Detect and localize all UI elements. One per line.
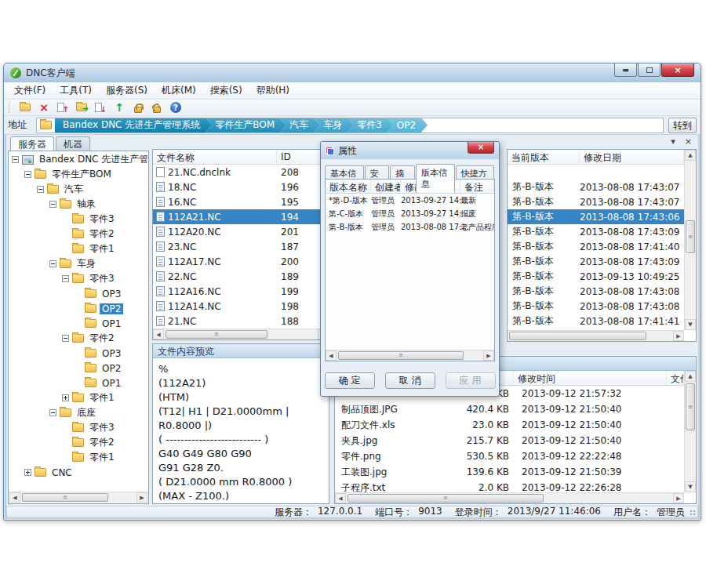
version-row-selected[interactable]: 第-B-版本2013-08-08 17:43:06 (508, 209, 684, 224)
cancel-button[interactable]: 取 消 (385, 372, 435, 389)
column-current-version[interactable]: 当前版本 (508, 150, 580, 164)
menu-help[interactable]: 帮助(H) (249, 82, 297, 99)
upload-icon[interactable]: ↑ (113, 101, 126, 114)
column-file-name[interactable]: 文件名称 (153, 150, 277, 164)
collapse-icon[interactable] (49, 201, 56, 208)
collapse-icon[interactable] (37, 186, 44, 193)
version-row[interactable]: 第-B-版本2013-08-08 17:41:41 (508, 314, 684, 328)
title-bar[interactable]: DNC客户端 ▬ × (4, 64, 701, 82)
scroll-left-arrow[interactable]: ◀ (326, 350, 337, 361)
tab-server[interactable]: 服务器 (10, 136, 54, 151)
collapse-icon[interactable] (49, 409, 56, 416)
tree-item[interactable]: OP2 (9, 361, 147, 376)
scrollbar-thumb[interactable] (509, 332, 646, 340)
attachment-row[interactable]: 制品顶图.JPG420.4 KB2013-09-12 21:50:40 (335, 401, 684, 417)
scrollbar-thumb[interactable]: ≡ (22, 493, 108, 502)
collapse-icon[interactable] (62, 335, 69, 342)
tree-horizontal-scrollbar[interactable]: ◀ ▶ ≡ (9, 492, 147, 503)
column-modified-date[interactable]: 修改日期 (580, 150, 684, 164)
tree-item[interactable]: 零件3 (9, 212, 147, 227)
panel-dropdown-icon[interactable]: ▾ (671, 136, 675, 147)
tab-version-info[interactable]: 版本信息 (416, 164, 455, 193)
version-table-row[interactable]: 第-C-版本管理员2013-09-27 14:...报废 (326, 207, 494, 220)
address-input[interactable]: Bandex DNC 先进生产管理系统 零件生产BOM 汽车 车身 零件3 OP… (36, 118, 664, 133)
scroll-right-arrow[interactable]: ▶ (136, 492, 147, 503)
version-row[interactable]: 第-B-版本2013-08-08 17:43:07 (508, 180, 684, 194)
scroll-right-arrow[interactable]: ▶ (673, 331, 684, 341)
version-row[interactable]: 第-B-版本2013-08-08 17:43:07 (508, 194, 684, 209)
check-in-icon[interactable]: ↑ (56, 101, 69, 114)
tree-item[interactable]: 零件1 (9, 241, 147, 256)
new-folder-icon[interactable] (19, 101, 31, 114)
scroll-right-arrow[interactable]: ▶ (673, 493, 684, 503)
collapse-icon[interactable] (12, 156, 19, 163)
tree-item-root[interactable]: Bandex DNC 先进生产管理系统 (9, 152, 147, 167)
go-button[interactable]: 转到 (668, 118, 697, 133)
tree-item[interactable]: 零件2 (9, 331, 147, 346)
scroll-up-arrow[interactable]: ▲ (685, 150, 696, 161)
tree-item[interactable]: 零件3 (9, 271, 147, 286)
file-row[interactable]: 21.NC188 (153, 314, 329, 328)
version-list-horizontal-scrollbar[interactable]: ▶ (508, 330, 684, 341)
file-row[interactable]: 112A20.NC201 (153, 224, 329, 239)
resize-grip[interactable] (690, 510, 696, 516)
tree-item-op2-selected[interactable]: OP2 (9, 301, 147, 316)
file-row[interactable]: 16.NC195 (153, 194, 329, 209)
scrollbar-thumb[interactable]: ≡ (338, 351, 464, 360)
scroll-left-arrow[interactable]: ◀ (335, 493, 346, 503)
column-file[interactable]: 文件(& (667, 371, 684, 385)
tree-item[interactable]: 车身 (9, 256, 147, 271)
help-icon[interactable]: ? (169, 101, 182, 114)
column-modified-time[interactable]: 修改时间 (514, 371, 667, 385)
version-row[interactable]: 第-B-版本2013-08-08 17:43:08 (508, 299, 684, 314)
collapse-icon[interactable] (49, 260, 56, 267)
column-creator[interactable]: 创建者 (371, 180, 401, 193)
check-out-icon[interactable]: ↓ (94, 101, 107, 114)
version-row[interactable]: 第-B-版本2013-09-13 10:49:25 (508, 269, 684, 284)
dialog-title-bar[interactable]: 属性 × (321, 142, 499, 159)
attachment-row[interactable]: 零件.png530.5 KB2013-09-12 22:22:48 (335, 448, 684, 464)
version-list-vertical-scrollbar[interactable]: ▲ ▼ ≡ (684, 150, 696, 330)
scroll-left-arrow[interactable]: ◀ (153, 329, 164, 339)
tab-machine[interactable]: 机器 (56, 136, 90, 151)
panel-close-icon[interactable]: × (685, 136, 692, 147)
tree-item[interactable]: 零件2 (9, 435, 147, 450)
scroll-left-arrow[interactable]: ◀ (9, 492, 20, 503)
send-to-icon[interactable]: ➜ (75, 101, 88, 114)
expand-icon[interactable] (62, 394, 69, 401)
tree-item[interactable]: 零件生产BOM (9, 167, 147, 182)
version-row[interactable]: 第-B-版本2013-08-08 17:43:08 (508, 284, 684, 299)
tree-item[interactable]: OP3 (9, 286, 147, 301)
attachments-horizontal-scrollbar[interactable]: ◀ ▶ ≡ (335, 492, 684, 503)
minimize-button[interactable]: ▬ (614, 64, 637, 77)
attachments-vertical-scrollbar[interactable]: ▲ ▼ ≡ (684, 371, 696, 492)
menu-search[interactable]: 搜索(S) (203, 82, 249, 99)
column-note[interactable]: 备注 (460, 180, 494, 193)
scrollbar-thumb[interactable]: ≡ (686, 383, 695, 430)
collapse-icon[interactable] (62, 275, 69, 282)
attachment-row[interactable]: 夹具.jpg215.7 KB2013-09-12 21:50:40 (335, 433, 684, 448)
version-table-row[interactable]: *第-D-版本管理员2013-09-27 14:...最新 (326, 194, 494, 207)
tree-item[interactable]: OP1 (9, 376, 147, 390)
file-row[interactable]: 112A17.NC200 (153, 254, 329, 269)
dialog-horizontal-scrollbar[interactable]: ◀ ▶ ≡ (326, 350, 494, 361)
menu-tools[interactable]: 工具(T) (53, 82, 99, 99)
tree-item[interactable]: 轴承 (9, 197, 147, 212)
unlock-icon[interactable] (151, 101, 163, 114)
file-row[interactable]: 22.NC189 (153, 269, 329, 284)
ok-button[interactable]: 确 定 (325, 372, 375, 389)
delete-icon[interactable]: × (38, 101, 50, 114)
file-row[interactable]: 18.NC196 (153, 180, 329, 194)
tree-item[interactable]: 汽车 (9, 182, 147, 197)
toolbar-grip[interactable] (9, 103, 11, 113)
menu-server[interactable]: 服务器(S) (99, 82, 155, 99)
maximize-button[interactable] (638, 64, 661, 77)
tree-item[interactable]: 零件3 (9, 420, 147, 435)
version-row[interactable] (508, 165, 684, 180)
breadcrumb-root[interactable]: Bandex DNC 先进生产管理系统 (55, 118, 212, 133)
file-list-horizontal-scrollbar[interactable]: ◀ ▶ ≡ (153, 328, 329, 339)
scrollbar-thumb[interactable]: ≡ (166, 330, 267, 339)
scroll-up-arrow[interactable]: ▲ (685, 371, 696, 382)
menu-file[interactable]: 文件(F) (7, 82, 53, 99)
tree-item[interactable]: OP3 (9, 346, 147, 361)
